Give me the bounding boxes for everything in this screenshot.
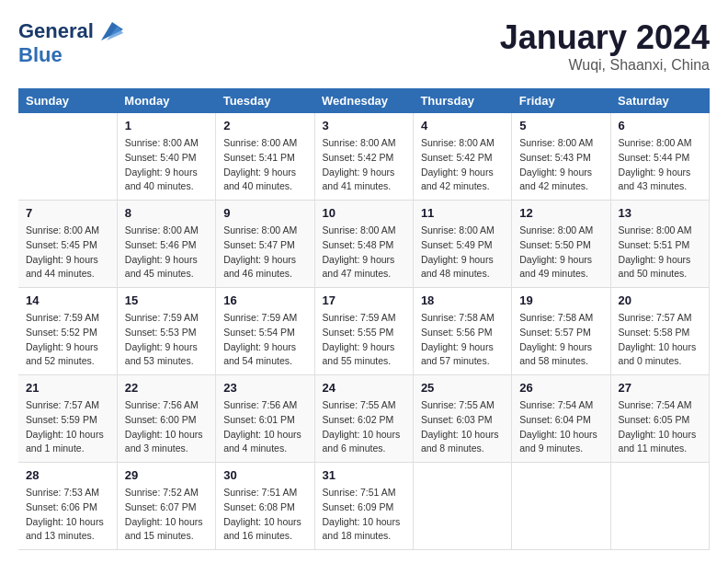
day-cell: 19Sunrise: 7:58 AM Sunset: 5:57 PM Dayli… — [512, 288, 610, 375]
logo-blue: Blue — [18, 44, 123, 66]
day-number: 26 — [519, 381, 602, 395]
day-cell: 18Sunrise: 7:58 AM Sunset: 5:56 PM Dayli… — [413, 288, 511, 375]
day-info: Sunrise: 7:58 AM Sunset: 5:57 PM Dayligh… — [519, 311, 602, 369]
day-number: 29 — [125, 468, 208, 482]
header-day-friday: Friday — [512, 88, 610, 113]
day-cell: 20Sunrise: 7:57 AM Sunset: 5:58 PM Dayli… — [610, 288, 709, 375]
week-row-4: 21Sunrise: 7:57 AM Sunset: 5:59 PM Dayli… — [18, 375, 710, 463]
day-number: 1 — [125, 119, 208, 132]
day-info: Sunrise: 8:00 AM Sunset: 5:40 PM Dayligh… — [125, 136, 208, 194]
day-cell: 21Sunrise: 7:57 AM Sunset: 5:59 PM Dayli… — [18, 375, 117, 463]
day-info: Sunrise: 7:55 AM Sunset: 6:03 PM Dayligh… — [421, 398, 504, 456]
header-day-tuesday: Tuesday — [216, 88, 314, 113]
day-info: Sunrise: 8:00 AM Sunset: 5:51 PM Dayligh… — [619, 224, 701, 282]
day-info: Sunrise: 8:00 AM Sunset: 5:42 PM Dayligh… — [421, 136, 504, 194]
header-day-sunday: Sunday — [18, 88, 117, 113]
day-cell: 26Sunrise: 7:54 AM Sunset: 6:04 PM Dayli… — [512, 375, 610, 463]
day-cell: 10Sunrise: 8:00 AM Sunset: 5:48 PM Dayli… — [314, 201, 413, 288]
day-number: 8 — [125, 206, 208, 220]
day-number: 14 — [26, 293, 109, 307]
day-cell: 8Sunrise: 8:00 AM Sunset: 5:46 PM Daylig… — [117, 201, 215, 288]
day-cell: 16Sunrise: 7:59 AM Sunset: 5:54 PM Dayli… — [216, 288, 314, 375]
day-cell: 30Sunrise: 7:51 AM Sunset: 6:08 PM Dayli… — [216, 463, 314, 550]
day-number: 9 — [223, 206, 306, 220]
day-number: 31 — [323, 468, 405, 482]
day-info: Sunrise: 8:00 AM Sunset: 5:41 PM Dayligh… — [223, 136, 306, 194]
day-number: 3 — [323, 119, 405, 132]
day-info: Sunrise: 8:00 AM Sunset: 5:50 PM Dayligh… — [519, 224, 602, 282]
day-cell: 17Sunrise: 7:59 AM Sunset: 5:55 PM Dayli… — [314, 288, 413, 375]
day-cell: 22Sunrise: 7:56 AM Sunset: 6:00 PM Dayli… — [117, 375, 215, 463]
day-info: Sunrise: 7:56 AM Sunset: 6:01 PM Dayligh… — [223, 398, 306, 456]
day-number: 6 — [619, 119, 701, 132]
day-number: 19 — [519, 293, 602, 307]
day-info: Sunrise: 7:59 AM Sunset: 5:54 PM Dayligh… — [223, 311, 306, 369]
day-number: 18 — [421, 293, 504, 307]
day-info: Sunrise: 8:00 AM Sunset: 5:49 PM Dayligh… — [421, 224, 504, 282]
logo: General Blue — [18, 18, 123, 66]
day-cell: 29Sunrise: 7:52 AM Sunset: 6:07 PM Dayli… — [117, 463, 215, 550]
location-title: Wuqi, Shaanxi, China — [500, 57, 710, 74]
logo-general: General — [18, 20, 94, 42]
day-info: Sunrise: 7:53 AM Sunset: 6:06 PM Dayligh… — [26, 486, 109, 544]
day-cell: 24Sunrise: 7:55 AM Sunset: 6:02 PM Dayli… — [314, 375, 413, 463]
header-day-thursday: Thursday — [413, 88, 511, 113]
day-info: Sunrise: 7:58 AM Sunset: 5:56 PM Dayligh… — [421, 311, 504, 369]
day-cell: 11Sunrise: 8:00 AM Sunset: 5:49 PM Dayli… — [413, 201, 511, 288]
day-cell — [18, 113, 117, 201]
day-info: Sunrise: 7:59 AM Sunset: 5:52 PM Dayligh… — [26, 311, 109, 369]
day-cell — [610, 463, 709, 550]
day-info: Sunrise: 8:00 AM Sunset: 5:42 PM Dayligh… — [323, 136, 405, 194]
day-info: Sunrise: 8:00 AM Sunset: 5:43 PM Dayligh… — [519, 136, 602, 194]
day-cell: 12Sunrise: 8:00 AM Sunset: 5:50 PM Dayli… — [512, 201, 610, 288]
logo-icon — [94, 18, 123, 44]
day-cell: 5Sunrise: 8:00 AM Sunset: 5:43 PM Daylig… — [512, 113, 610, 201]
day-cell: 25Sunrise: 7:55 AM Sunset: 6:03 PM Dayli… — [413, 375, 511, 463]
day-number: 10 — [323, 206, 405, 220]
day-number: 12 — [519, 206, 602, 220]
day-cell: 6Sunrise: 8:00 AM Sunset: 5:44 PM Daylig… — [610, 113, 709, 201]
day-number: 28 — [26, 468, 109, 482]
week-row-1: 1Sunrise: 8:00 AM Sunset: 5:40 PM Daylig… — [18, 113, 710, 201]
day-info: Sunrise: 8:00 AM Sunset: 5:44 PM Dayligh… — [619, 136, 701, 194]
day-number: 23 — [223, 381, 306, 395]
day-cell: 14Sunrise: 7:59 AM Sunset: 5:52 PM Dayli… — [18, 288, 117, 375]
day-number: 2 — [223, 119, 306, 132]
week-row-3: 14Sunrise: 7:59 AM Sunset: 5:52 PM Dayli… — [18, 288, 710, 375]
header-day-wednesday: Wednesday — [314, 88, 413, 113]
day-info: Sunrise: 7:51 AM Sunset: 6:08 PM Dayligh… — [223, 486, 306, 544]
day-info: Sunrise: 7:59 AM Sunset: 5:53 PM Dayligh… — [125, 311, 208, 369]
day-info: Sunrise: 7:54 AM Sunset: 6:05 PM Dayligh… — [619, 398, 701, 456]
day-cell: 7Sunrise: 8:00 AM Sunset: 5:45 PM Daylig… — [18, 201, 117, 288]
month-title: January 2024 — [500, 18, 710, 57]
day-info: Sunrise: 7:59 AM Sunset: 5:55 PM Dayligh… — [323, 311, 405, 369]
week-row-2: 7Sunrise: 8:00 AM Sunset: 5:45 PM Daylig… — [18, 201, 710, 288]
day-cell: 1Sunrise: 8:00 AM Sunset: 5:40 PM Daylig… — [117, 113, 215, 201]
day-number: 17 — [323, 293, 405, 307]
calendar-body: 1Sunrise: 8:00 AM Sunset: 5:40 PM Daylig… — [18, 113, 710, 550]
day-number: 22 — [125, 381, 208, 395]
day-info: Sunrise: 8:00 AM Sunset: 5:47 PM Dayligh… — [223, 224, 306, 282]
header-row: SundayMondayTuesdayWednesdayThursdayFrid… — [18, 88, 710, 113]
calendar-table: SundayMondayTuesdayWednesdayThursdayFrid… — [18, 88, 710, 550]
day-info: Sunrise: 8:00 AM Sunset: 5:45 PM Dayligh… — [26, 224, 109, 282]
day-info: Sunrise: 8:00 AM Sunset: 5:48 PM Dayligh… — [323, 224, 405, 282]
day-info: Sunrise: 7:57 AM Sunset: 5:59 PM Dayligh… — [26, 398, 109, 456]
day-info: Sunrise: 7:57 AM Sunset: 5:58 PM Dayligh… — [619, 311, 701, 369]
day-cell: 31Sunrise: 7:51 AM Sunset: 6:09 PM Dayli… — [314, 463, 413, 550]
day-cell: 27Sunrise: 7:54 AM Sunset: 6:05 PM Dayli… — [610, 375, 709, 463]
day-number: 4 — [421, 119, 504, 132]
day-cell: 23Sunrise: 7:56 AM Sunset: 6:01 PM Dayli… — [216, 375, 314, 463]
day-info: Sunrise: 7:51 AM Sunset: 6:09 PM Dayligh… — [323, 486, 405, 544]
day-cell: 13Sunrise: 8:00 AM Sunset: 5:51 PM Dayli… — [610, 201, 709, 288]
day-cell: 4Sunrise: 8:00 AM Sunset: 5:42 PM Daylig… — [413, 113, 511, 201]
day-number: 11 — [421, 206, 504, 220]
day-info: Sunrise: 7:54 AM Sunset: 6:04 PM Dayligh… — [519, 398, 602, 456]
day-info: Sunrise: 7:52 AM Sunset: 6:07 PM Dayligh… — [125, 486, 208, 544]
day-number: 25 — [421, 381, 504, 395]
day-number: 5 — [519, 119, 602, 132]
page-header: General Blue January 2024 Wuqi, Shaanxi,… — [18, 18, 710, 74]
title-block: January 2024 Wuqi, Shaanxi, China — [500, 18, 710, 74]
day-cell: 28Sunrise: 7:53 AM Sunset: 6:06 PM Dayli… — [18, 463, 117, 550]
calendar-header: SundayMondayTuesdayWednesdayThursdayFrid… — [18, 88, 710, 113]
